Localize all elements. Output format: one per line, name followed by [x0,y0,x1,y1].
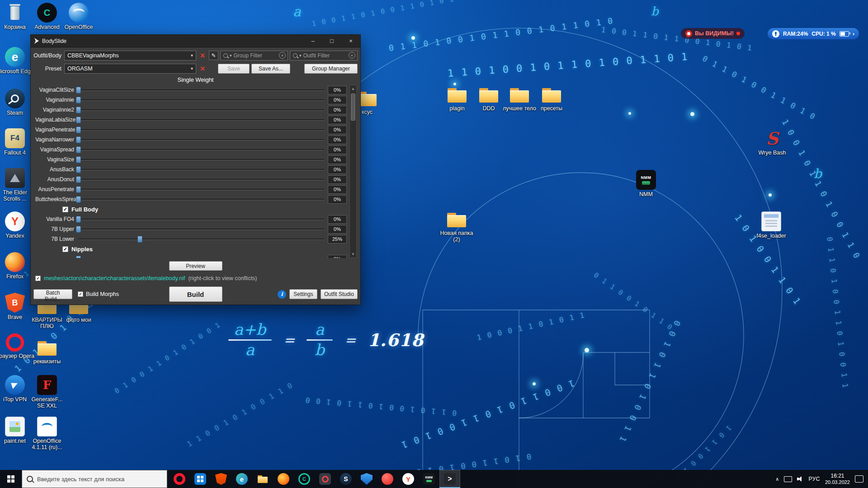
slider-track[interactable] [78,176,324,183]
slider-thumb[interactable] [76,166,81,173]
microsoft-store-taskbar-button[interactable] [190,470,211,488]
slider-thumb[interactable] [76,186,81,193]
slider-value-box[interactable]: 25% [328,235,347,244]
desktop-icon-firefox[interactable]: Firefox [0,252,34,280]
slider-thumb[interactable] [137,236,142,243]
scroll-down-icon[interactable]: ▼ [351,251,355,258]
yandex-taskbar-button[interactable] [398,470,419,488]
slider-track[interactable] [78,156,324,163]
slider-thumb[interactable] [76,256,81,258]
window-titlebar[interactable]: BodySlide – □ × [31,35,360,47]
slider-value-box[interactable]: 0% [328,175,347,184]
slider-value-box[interactable]: 0% [328,255,347,258]
slider-value-box[interactable]: 0% [328,215,347,224]
choose-groups-button[interactable]: ✎ [209,51,218,60]
slider-thumb[interactable] [76,216,81,223]
screen-recorder-taskbar-button[interactable] [315,470,335,488]
red-app-taskbar-button[interactable] [377,470,398,488]
slider-value-box[interactable]: 0% [328,116,347,124]
desktop-icon-microsoft-edge[interactable]: Microsoft Edge [0,47,34,75]
delete-outfit-button[interactable]: × [198,51,207,60]
build-button[interactable]: Build [169,286,222,302]
section-checkbox[interactable] [62,246,68,252]
slider-track[interactable] [78,226,324,232]
slider-thumb[interactable] [76,176,81,183]
firefox-taskbar-button[interactable] [273,470,294,488]
slider-track[interactable] [78,127,324,133]
group-manager-button[interactable]: Group Manager [304,64,358,74]
edge-taskbar-button[interactable] [231,470,252,488]
vpn-shield-taskbar-button[interactable] [356,470,377,488]
slider-scrollbar[interactable]: ▲ ▼ [349,85,357,258]
desktop-icon-yandex[interactable]: Yandex [0,211,34,239]
slider-track[interactable] [78,136,324,143]
clear-filter-icon[interactable]: × [279,52,286,59]
scroll-up-icon[interactable]: ▲ [351,85,355,92]
slider-value-box[interactable]: 0% [328,136,347,144]
close-button[interactable]: × [341,35,360,47]
chevron-down-icon[interactable]: ▾ [230,53,232,58]
slider-thumb[interactable] [76,117,81,123]
desktop-icon-steam[interactable]: Steam [0,89,34,116]
desktop-icon-wrye-bash[interactable]: Wrye Bash [753,128,792,156]
outfit-studio-button[interactable]: Outfit Studio [321,289,358,299]
systemcare-taskbar-button[interactable] [294,470,315,488]
slider-value-box[interactable]: 0% [328,96,347,104]
desktop-icon-openoffice[interactable]: OpenOffice [59,3,98,30]
slider-track[interactable] [78,117,324,123]
language-indicator[interactable]: РУС [808,476,820,482]
slider-value-box[interactable]: 0% [328,185,347,194]
desktop-icon-elder-scrolls[interactable]: The Elder Scrolls ... [0,168,34,202]
clear-filter-icon[interactable]: × [349,52,355,59]
maximize-button[interactable]: □ [322,35,341,47]
tray-expand-icon[interactable]: ∧ [775,476,779,482]
slider-track[interactable] [78,186,324,192]
slider-value-box[interactable]: 0% [328,106,347,114]
desktop-icon-folder-rekvizity[interactable]: реквизиты [28,340,66,365]
slider-thumb[interactable] [76,87,81,94]
group-filter-input[interactable]: ▾ Group Filter × [220,51,288,61]
slider-thumb[interactable] [76,136,81,143]
slider-thumb[interactable] [76,156,81,163]
slider-track[interactable] [78,236,324,242]
slider-thumb[interactable] [76,146,81,153]
slider-track[interactable] [78,256,324,258]
brave-taskbar-button[interactable] [211,470,231,488]
slider-value-box[interactable]: 0% [328,225,347,234]
slider-value-box[interactable]: 0% [328,145,347,154]
desktop-icon-folder-novaya-papka[interactable]: Новая папка (2) [437,211,476,243]
mesh-path[interactable]: meshes\actors\character\characterassets\… [44,275,185,282]
slider-value-box[interactable]: 0% [328,86,347,94]
desktop-icon-f4se-loader[interactable]: f4se_loader [752,211,791,239]
preset-select[interactable]: ORGASM ▾ [64,64,196,74]
speaker-icon[interactable] [797,476,803,482]
slider-track[interactable] [78,166,324,173]
bodyslide-taskbar-button[interactable] [439,470,460,488]
desktop-icon-fallout4[interactable]: Fallout 4 [0,128,34,156]
desktop-icon-nmm[interactable]: NMM [627,170,665,197]
batch-build-button[interactable]: Batch Build... [33,289,72,299]
slider-track[interactable] [78,146,324,153]
delete-preset-button[interactable]: × [198,64,207,73]
chevron-right-icon[interactable]: › [853,30,854,37]
slider-thumb[interactable] [76,196,81,203]
desktop-icon-openoffice-411[interactable]: OpenOffice 4.1.11 (ru)... [28,417,66,451]
display-icon[interactable] [784,476,792,482]
file-explorer-taskbar-button[interactable] [252,470,273,488]
steam-taskbar-button[interactable] [335,470,356,488]
opera-taskbar-button[interactable] [169,470,190,488]
settings-button[interactable]: Settings [289,289,317,299]
slider-value-box[interactable]: 0% [328,195,347,204]
mesh-checkbox[interactable] [35,276,41,281]
start-button[interactable] [0,470,22,488]
slider-track[interactable] [78,216,324,222]
slider-thumb[interactable] [76,226,81,233]
slider-thumb[interactable] [76,97,81,103]
slider-value-box[interactable]: 0% [328,165,347,174]
action-center-icon[interactable] [855,475,863,483]
outfit-body-select[interactable]: CBBEVaginaMorphs ▾ [64,51,196,61]
section-checkbox[interactable] [62,206,68,212]
clock[interactable]: 16:21 20.03.2022 [825,473,850,486]
minimize-button[interactable]: – [303,35,322,47]
slider-value-box[interactable]: 0% [328,155,347,164]
